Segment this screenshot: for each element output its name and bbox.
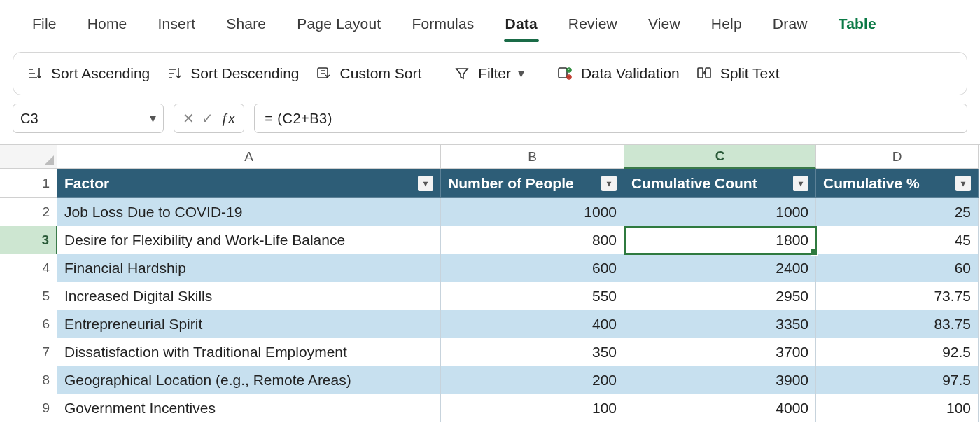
sort-descending-button[interactable]: Sort Descending [165, 64, 299, 83]
column-header-B[interactable]: B [441, 145, 624, 169]
cancel-formula-icon[interactable]: ✕ [183, 110, 195, 127]
table-header-cumpct-label: Cumulative % [823, 175, 955, 192]
custom-sort-label: Custom Sort [340, 65, 422, 82]
split-text-button[interactable]: Split Text [695, 64, 780, 83]
cell-D2[interactable]: 25 [816, 198, 979, 226]
row-header-7[interactable]: 7 [0, 338, 57, 366]
table-header-cumpct[interactable]: Cumulative % ▾ [816, 169, 979, 198]
row-header-6[interactable]: 6 [0, 310, 57, 338]
sort-asc-icon [26, 64, 44, 83]
table-header-people[interactable]: Number of People ▾ [441, 169, 624, 198]
formula-bar-value: = (C2+B3) [265, 111, 332, 127]
formula-bar[interactable]: = (C2+B3) [254, 104, 967, 133]
row-header-1[interactable]: 1 [0, 169, 57, 198]
menu-tab-table[interactable]: Table [823, 11, 892, 36]
cell-A8[interactable]: Geographical Location (e.g., Remote Area… [57, 366, 441, 394]
custom-sort-button[interactable]: Custom Sort [315, 64, 422, 83]
custom-sort-icon [315, 64, 333, 83]
table-row: 8 Geographical Location (e.g., Remote Ar… [0, 366, 980, 394]
cell-D5[interactable]: 73.75 [816, 282, 979, 310]
menu-tab-formulas[interactable]: Formulas [396, 11, 489, 36]
cell-D6[interactable]: 83.75 [816, 310, 979, 338]
row-header-3[interactable]: 3 [0, 226, 57, 254]
name-box-value: C3 [20, 111, 38, 127]
column-header-C[interactable]: C [624, 145, 816, 169]
cell-D7[interactable]: 92.5 [816, 338, 979, 366]
table-row: 3 Desire for Flexibility and Work-Life B… [0, 226, 980, 254]
cell-B4[interactable]: 600 [441, 254, 624, 282]
filter-button[interactable]: Filter ▾ [453, 64, 524, 83]
menu-tab-data[interactable]: Data [490, 11, 553, 36]
cell-A5[interactable]: Increased Digital Skills [57, 282, 441, 310]
cell-B2[interactable]: 1000 [441, 198, 624, 226]
fx-icon[interactable]: ƒx [220, 111, 235, 127]
menu-tab-review[interactable]: Review [553, 11, 633, 36]
menu-tab-insert[interactable]: Insert [142, 11, 211, 36]
cell-D9[interactable]: 100 [816, 394, 979, 422]
ribbon-data: Sort Ascending Sort Descending Custom So… [13, 52, 967, 95]
table-header-factor-label: Factor [64, 175, 418, 192]
formula-bar-row: C3 ▾ ✕ ✓ ƒx = (C2+B3) [0, 95, 980, 137]
menu-tab-file[interactable]: File [17, 11, 72, 36]
menu-tab-draw[interactable]: Draw [757, 11, 823, 36]
cell-B7[interactable]: 350 [441, 338, 624, 366]
cell-C9[interactable]: 4000 [624, 394, 816, 422]
cell-C3[interactable]: 1800 [624, 226, 816, 254]
menu-tab-home[interactable]: Home [72, 11, 143, 36]
filter-dropdown-icon[interactable]: ▾ [793, 176, 808, 191]
cell-C5[interactable]: 2950 [624, 282, 816, 310]
cell-B8[interactable]: 200 [441, 366, 624, 394]
cell-D3[interactable]: 45 [816, 226, 979, 254]
table-row: 5 Increased Digital Skills 550 2950 73.7… [0, 282, 980, 310]
chevron-down-icon: ▾ [150, 111, 156, 126]
data-validation-icon [556, 64, 574, 83]
row-header-9[interactable]: 9 [0, 394, 57, 422]
cell-C2[interactable]: 1000 [624, 198, 816, 226]
cell-B5[interactable]: 550 [441, 282, 624, 310]
formula-controls: ✕ ✓ ƒx [174, 104, 244, 133]
filter-dropdown-icon[interactable]: ▾ [418, 176, 433, 191]
sort-ascending-button[interactable]: Sort Ascending [26, 64, 150, 83]
cell-A2[interactable]: Job Loss Due to COVID-19 [57, 198, 441, 226]
column-header-D[interactable]: D [816, 145, 979, 169]
cell-D8[interactable]: 97.5 [816, 366, 979, 394]
row-header-2[interactable]: 2 [0, 198, 57, 226]
cell-B9[interactable]: 100 [441, 394, 624, 422]
cell-A6[interactable]: Entrepreneurial Spirit [57, 310, 441, 338]
menu-tab-page-layout[interactable]: Page Layout [281, 11, 396, 36]
cell-C8[interactable]: 3900 [624, 366, 816, 394]
table-header-cumcount[interactable]: Cumulative Count ▾ [624, 169, 816, 198]
column-header-A[interactable]: A [57, 145, 441, 169]
cell-C4[interactable]: 2400 [624, 254, 816, 282]
spreadsheet-grid: A B C D 1 Factor ▾ Number of People ▾ Cu… [0, 144, 980, 422]
cell-B3[interactable]: 800 [441, 226, 624, 254]
table-header-factor[interactable]: Factor ▾ [57, 169, 441, 198]
table-header-cumcount-label: Cumulative Count [631, 175, 793, 192]
ribbon-separator [540, 62, 540, 85]
data-validation-button[interactable]: Data Validation [556, 64, 680, 83]
cell-C7[interactable]: 3700 [624, 338, 816, 366]
cell-A4[interactable]: Financial Hardship [57, 254, 441, 282]
accept-formula-icon[interactable]: ✓ [202, 110, 214, 127]
row-header-5[interactable]: 5 [0, 282, 57, 310]
row-header-8[interactable]: 8 [0, 366, 57, 394]
menu-tab-view[interactable]: View [633, 11, 696, 36]
cell-A7[interactable]: Dissatisfaction with Traditional Employm… [57, 338, 441, 366]
cell-D4[interactable]: 60 [816, 254, 979, 282]
menu-tab-help[interactable]: Help [696, 11, 757, 36]
svg-rect-1 [559, 68, 567, 78]
select-all-corner[interactable] [0, 145, 57, 169]
filter-dropdown-icon[interactable]: ▾ [601, 176, 617, 191]
filter-icon [453, 64, 471, 83]
filter-dropdown-icon[interactable]: ▾ [955, 176, 971, 191]
cell-C6[interactable]: 3350 [624, 310, 816, 338]
name-box[interactable]: C3 ▾ [13, 104, 164, 133]
row-header-4[interactable]: 4 [0, 254, 57, 282]
cell-A9[interactable]: Government Incentives [57, 394, 441, 422]
cell-A3[interactable]: Desire for Flexibility and Work-Life Bal… [57, 226, 441, 254]
sort-ascending-label: Sort Ascending [51, 65, 150, 82]
cell-B6[interactable]: 400 [441, 310, 624, 338]
split-text-label: Split Text [720, 65, 780, 82]
menu-tab-share[interactable]: Share [211, 11, 281, 36]
ribbon-separator [437, 62, 438, 85]
